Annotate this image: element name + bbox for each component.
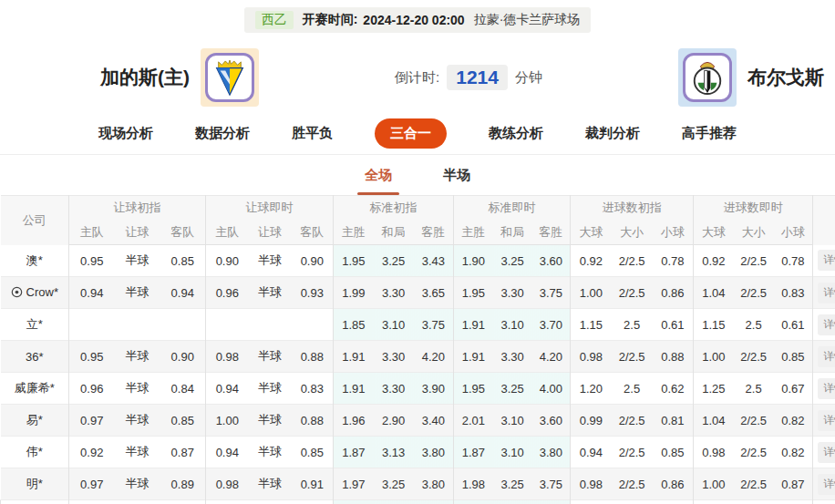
odds-value: 3.13 [374, 437, 414, 468]
odds-value: 0.99 [571, 405, 612, 437]
detail-link[interactable]: 详情 [818, 378, 835, 399]
odds-value: 1.95 [454, 277, 493, 309]
detail-link[interactable]: 详情 [818, 250, 835, 271]
odds-value [69, 309, 115, 341]
odds-value: 3.10 [374, 309, 414, 341]
odds-value [292, 309, 334, 341]
home-team: 加的斯(主) [100, 48, 259, 107]
odds-value: 1.95 [334, 245, 374, 277]
match-odds-page: 西乙 开赛时间: 2024-12-20 02:00 拉蒙·德卡兰萨球场 加的斯(… [0, 0, 835, 504]
col-subheader: 大小 [734, 221, 774, 245]
odds-value: 0.86 [653, 277, 694, 309]
odds-value: 3.90 [414, 373, 454, 405]
detail-cell: 详情 [813, 341, 835, 373]
nav-tab[interactable]: 数据分析 [195, 125, 250, 142]
odds-value: 3.43 [414, 245, 454, 277]
odds-value: 0.92 [694, 245, 734, 277]
detail-link[interactable]: 详情 [818, 283, 835, 303]
odds-value: 3.75 [414, 309, 454, 341]
odds-value: 1.15 [694, 309, 734, 341]
odds-value [115, 309, 160, 341]
nav-tab[interactable]: 现场分析 [98, 125, 153, 142]
odds-value: 2.5 [612, 309, 653, 341]
period-subtab[interactable]: 全场 [365, 155, 392, 195]
odds-value: 2/2.5 [612, 405, 653, 437]
odds-row: 澳*0.95半球0.850.90半球0.901.953.253.431.903.… [1, 245, 835, 277]
odds-value: 半球 [115, 437, 160, 468]
odds-value: 0.85 [774, 341, 813, 373]
odds-value: 半球 [115, 405, 160, 437]
odds-value: 0.85 [292, 437, 334, 468]
company-name: 伟* [1, 437, 69, 468]
nav-tab[interactable]: 高手推荐 [682, 125, 737, 142]
odds-value: 1.91 [334, 341, 374, 373]
odds-value: 0.96 [69, 373, 115, 405]
odds-value: 0.95 [69, 245, 115, 277]
period-subtab[interactable]: 半场 [443, 155, 470, 195]
detail-link[interactable]: 详情 [818, 346, 835, 367]
nav-tab[interactable]: 胜平负 [292, 125, 333, 142]
odds-value: 1.95 [454, 373, 493, 405]
detail-link[interactable]: 详情 [818, 474, 835, 495]
odds-value: 3.10 [493, 405, 532, 437]
odds-value: 1.00 [571, 277, 612, 309]
nav-tab[interactable]: 三合一 [375, 118, 447, 149]
col-subheader: 客胜 [532, 221, 571, 245]
odds-value: 3.30 [374, 373, 414, 405]
home-team-logo [201, 48, 259, 107]
col-subheader: 小球 [653, 221, 694, 245]
odds-value: 3.25 [493, 468, 532, 500]
col-subheader: 让球 [249, 221, 292, 245]
nav-tab[interactable]: 教练分析 [489, 125, 543, 142]
detail-cell: 详情 [813, 373, 835, 405]
odds-value: 2/2.5 [734, 277, 774, 309]
odds-value: 2/2.5 [612, 245, 653, 277]
col-group-header: 进球数即时 [694, 196, 813, 221]
col-subheader: 主胜 [334, 221, 374, 245]
countdown-label: 倒计时: [395, 69, 439, 87]
odds-value: 3.60 [532, 405, 571, 437]
odds-value: 3.10 [493, 309, 532, 341]
odds-value: 4.20 [532, 341, 571, 373]
col-subheader: 大小 [612, 221, 653, 245]
odds-value: 2.90 [374, 405, 414, 437]
odds-value: 1.85 [334, 309, 374, 341]
odds-value: 0.98 [694, 437, 734, 468]
odds-row: 易*0.97半球0.851.00半球0.881.962.903.402.013.… [1, 405, 835, 437]
odds-value: 1.97 [334, 468, 374, 500]
odds-value: 1.87 [454, 437, 493, 468]
odds-value: 半球 [115, 468, 160, 500]
detail-link[interactable]: 详情 [818, 442, 835, 463]
away-team-logo [678, 48, 737, 107]
col-header-company: 公司 [1, 196, 69, 245]
nav-tab[interactable]: 裁判分析 [585, 125, 640, 142]
match-info-bar: 西乙 开赛时间: 2024-12-20 02:00 拉蒙·德卡兰萨球场 [244, 7, 592, 33]
detail-cell: 详情 [813, 437, 835, 468]
odds-value: 1.25 [694, 373, 734, 405]
odds-value: 3.80 [414, 468, 454, 500]
odds-value: 0.88 [653, 341, 694, 373]
odds-value: 0.98 [206, 468, 249, 500]
odds-value: 半球 [249, 341, 292, 373]
odds-row: 立*1.853.103.751.913.103.701.152.50.611.1… [1, 309, 835, 341]
col-group-header: 标准初指 [334, 196, 454, 221]
odds-value: 2/2.5 [734, 405, 774, 437]
odds-value: 3.25 [493, 373, 532, 405]
away-team-name: 布尔戈斯 [747, 65, 824, 90]
odds-value: 3.75 [532, 277, 571, 309]
detail-cell: 详情 [813, 277, 835, 309]
detail-link[interactable]: 详情 [818, 314, 835, 335]
odds-value: 1.91 [454, 309, 493, 341]
col-subheader: 大球 [571, 221, 612, 245]
odds-value: 半球 [249, 277, 292, 309]
venue-name: 拉蒙·德卡兰萨球场 [474, 12, 581, 28]
odds-value: 0.85 [160, 405, 206, 437]
odds-value: 0.98 [571, 468, 612, 500]
odds-value: 0.78 [653, 245, 694, 277]
company-name: 明* [1, 468, 69, 500]
odds-value: 4.00 [532, 373, 571, 405]
detail-link[interactable]: 详情 [818, 410, 835, 431]
col-subheader: 客胜 [414, 221, 454, 245]
odds-value: 0.94 [206, 437, 249, 468]
odds-value [249, 309, 292, 341]
